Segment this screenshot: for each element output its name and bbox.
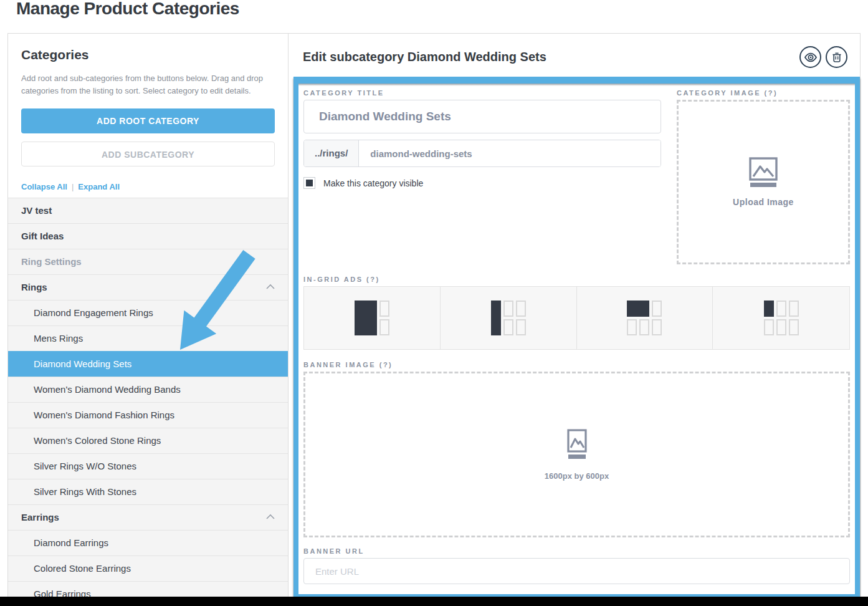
product-slot-block [764, 319, 774, 335]
banner-image-upload-area[interactable]: 1600px by 600px [303, 372, 850, 537]
product-slot-block [379, 301, 389, 317]
add-subcategory-button[interactable]: ADD SUBCATEGORY [21, 142, 275, 166]
sidebar-item-silver-rings-w-o-stones[interactable]: Silver Rings W/O Stones [8, 453, 288, 479]
ad-slot-block [491, 301, 501, 335]
product-slot-block [503, 319, 513, 335]
category-url-group: ../rings/ [303, 140, 661, 167]
ad-layout-wide-top-option[interactable] [577, 287, 713, 349]
delete-category-button[interactable] [826, 46, 847, 68]
category-title-input[interactable] [303, 100, 661, 133]
ingrid-ads-options [303, 286, 850, 350]
sidebar-item-label: Colored Stone Earrings [34, 563, 131, 574]
product-slot-block [516, 319, 526, 335]
chevron-up-icon[interactable] [265, 514, 275, 520]
trash-icon [831, 51, 843, 64]
sidebar-item-label: Silver Rings W/O Stones [34, 461, 136, 471]
sidebar-item-jv-test[interactable]: JV test [8, 198, 288, 223]
sidebar-item-label: Earrings [21, 512, 59, 522]
sidebar-item-label: Silver Rings With Stones [34, 486, 136, 497]
checkbox-checkmark [306, 180, 313, 186]
sidebar-item-gift-ideas[interactable]: Gift Ideas [8, 223, 288, 249]
ad-layout-single-option[interactable] [713, 287, 849, 349]
categories-panel-title: Categories [21, 47, 275, 62]
bottom-black-bar [0, 597, 868, 606]
sidebar-item-label: Rings [21, 282, 47, 292]
add-root-category-button[interactable]: ADD ROOT CATEGORY [21, 108, 275, 133]
sidebar-item-label: Women's Colored Stone Rings [34, 435, 161, 446]
banner-image-label: BANNER IMAGE (?) [303, 361, 850, 368]
product-slot-block [627, 319, 637, 335]
product-slot-block [652, 301, 662, 317]
sidebar-item-label: JV test [21, 205, 52, 216]
sidebar-item-label: Women's Diamond Fashion Rings [34, 410, 174, 420]
sidebar-item-colored-stone-earrings[interactable]: Colored Stone Earrings [8, 556, 288, 581]
editor-heading: Edit subcategory Diamond Wedding Sets [303, 50, 546, 64]
banner-url-label: BANNER URL [303, 547, 850, 555]
ad-layout-wide-top-thumbnail [627, 301, 662, 335]
sidebar-item-ring-settings[interactable]: Ring Settings [8, 249, 288, 274]
sidebar-item-diamond-wedding-sets[interactable]: Diamond Wedding Sets [8, 351, 288, 377]
ad-layout-large-left-thumbnail [355, 301, 389, 335]
category-image-upload-area[interactable]: Upload Image [677, 100, 850, 264]
chevron-up-icon[interactable] [265, 284, 275, 290]
page-title: Manage Product Categories [16, 0, 239, 19]
category-title-label: CATEGORY TITLE [303, 89, 661, 97]
collapse-expand-links: Collapse All|Expand All [21, 182, 275, 191]
eye-icon [804, 50, 818, 64]
banner-url-input[interactable] [303, 558, 850, 584]
sidebar-item-label: Diamond Wedding Sets [34, 358, 131, 369]
categories-panel-description: Add root and sub-categories from the but… [21, 72, 275, 97]
edit-subcategory-form: CATEGORY TITLE ../rings/ Make this cat [293, 77, 860, 602]
product-slot-block [776, 319, 786, 335]
product-slot-block [776, 301, 786, 317]
visible-checkbox-label: Make this category visible [323, 178, 423, 188]
category-image-label: CATEGORY IMAGE (?) [677, 89, 850, 97]
product-slot-block [516, 301, 526, 317]
banner-image-icon [567, 429, 587, 461]
sidebar-item-label: Mens Rings [34, 333, 83, 344]
category-slug-input[interactable] [359, 140, 661, 166]
ad-layout-single-thumbnail [764, 301, 799, 335]
product-slot-block [652, 319, 662, 335]
main-card: Categories Add root and sub-categories f… [7, 33, 861, 606]
preview-category-button[interactable] [799, 46, 821, 68]
image-upload-icon [749, 157, 778, 188]
url-prefix: ../rings/ [304, 140, 359, 166]
visible-checkbox[interactable] [303, 177, 315, 189]
links-separator: | [72, 182, 74, 191]
sidebar-item-label: Women's Diamond Wedding Bands [34, 384, 181, 395]
sidebar-item-rings[interactable]: Rings [8, 274, 288, 300]
ad-layout-tall-left-option[interactable] [441, 287, 577, 349]
product-slot-block [789, 319, 799, 335]
sidebar-item-label: Diamond Engagement Rings [34, 307, 153, 318]
product-slot-block [789, 301, 799, 317]
product-slot-block [639, 319, 649, 335]
sidebar-item-diamond-engagement-rings[interactable]: Diamond Engagement Rings [8, 300, 288, 325]
product-slot-block [503, 301, 513, 317]
sidebar-item-earrings[interactable]: Earrings [8, 504, 288, 530]
ad-slot-block [627, 301, 649, 317]
sidebar-item-women-s-diamond-wedding-bands[interactable]: Women's Diamond Wedding Bands [8, 377, 288, 402]
category-list: JV testGift IdeasRing SettingsRingsDiamo… [8, 198, 288, 605]
manage-product-categories-page: Manage Product Categories Categories Add… [0, 0, 868, 606]
sidebar-item-label: Diamond Earrings [34, 537, 108, 548]
ad-slot-block [764, 301, 774, 317]
editor-panel: Edit subcategory Diamond Wedding Sets [289, 34, 860, 605]
sidebar-item-label: Ring Settings [21, 256, 82, 267]
banner-size-hint: 1600px by 600px [545, 471, 609, 481]
ad-slot-block [355, 301, 377, 335]
upload-image-label: Upload Image [733, 197, 794, 207]
expand-all-link[interactable]: Expand All [78, 182, 120, 191]
product-slot-block [379, 319, 389, 335]
sidebar-item-women-s-colored-stone-rings[interactable]: Women's Colored Stone Rings [8, 428, 288, 453]
sidebar-item-diamond-earrings[interactable]: Diamond Earrings [8, 530, 288, 556]
collapse-all-link[interactable]: Collapse All [21, 182, 67, 191]
sidebar-item-women-s-diamond-fashion-rings[interactable]: Women's Diamond Fashion Rings [8, 402, 288, 428]
sidebar-item-label: Gift Ideas [21, 231, 64, 241]
ingrid-ads-label: IN-GRID ADS (?) [303, 276, 850, 283]
sidebar-item-silver-rings-with-stones[interactable]: Silver Rings With Stones [8, 479, 288, 504]
ad-layout-tall-left-thumbnail [491, 301, 526, 335]
ad-layout-large-left-option[interactable] [304, 287, 441, 349]
sidebar-item-mens-rings[interactable]: Mens Rings [8, 325, 288, 351]
categories-panel: Categories Add root and sub-categories f… [8, 34, 289, 605]
